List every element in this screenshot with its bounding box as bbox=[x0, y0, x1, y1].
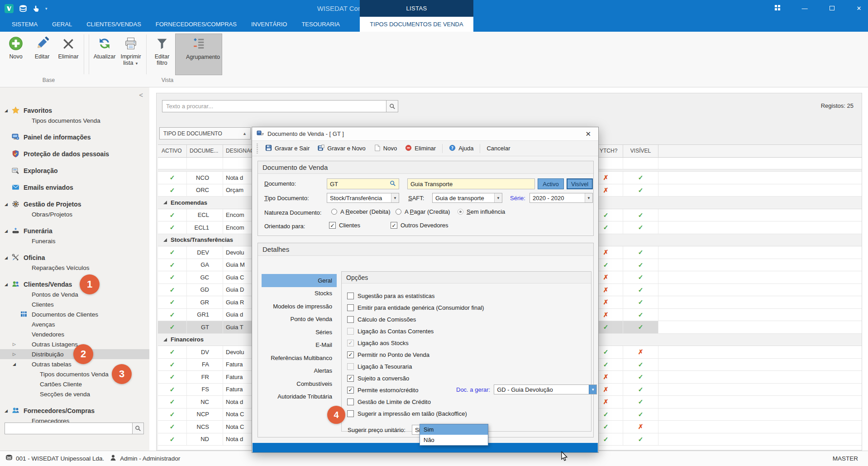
sidebar-item-tipos-documentos-venda[interactable]: Tipos documentos Venda bbox=[0, 115, 149, 125]
documento-name-input[interactable]: Guia Transporte bbox=[407, 178, 535, 189]
checkbox-checked-icon[interactable]: ✓ bbox=[329, 222, 336, 229]
option-permite-estorno-crédito[interactable]: ✓Permite estorno/créditoDoc. a gerar:GD … bbox=[342, 384, 591, 396]
column-header-documento[interactable]: DOCUME... bbox=[187, 145, 223, 157]
orientado-checkbox-clientes[interactable]: ✓Clientes bbox=[329, 222, 360, 229]
agrupamento-button[interactable]: Agrupamento bbox=[175, 34, 222, 75]
sidebar-item-gestão-de-projetos[interactable]: ◢Gestão de Projetos bbox=[0, 199, 149, 209]
dialog-close-icon[interactable]: ✕ bbox=[582, 130, 594, 138]
list-search-input[interactable] bbox=[162, 100, 386, 112]
collapse-arrow-icon[interactable]: ▷ bbox=[13, 342, 16, 346]
gravar-e-novo-button[interactable]: Gravar e Novo bbox=[314, 143, 369, 154]
sidebar-item-proteção-de-dados-pessoais[interactable]: Proteção de dados pessoais bbox=[0, 149, 149, 159]
option-ligação-à-tesouraria[interactable]: Ligação à Tesouraria bbox=[342, 360, 591, 372]
detalhes-tab-referências-multibanco[interactable]: Referências Multibanco bbox=[262, 351, 337, 365]
checkbox-icon[interactable] bbox=[347, 410, 354, 417]
group-by-chip[interactable]: TIPO DE DOCUMENTO ▲ bbox=[159, 127, 251, 139]
detalhes-tab-combustíveis[interactable]: Combustíveis bbox=[262, 377, 337, 390]
expand-arrow-icon[interactable] bbox=[163, 201, 167, 204]
ribbon-tab-tesouraria[interactable]: TESOURARIA bbox=[294, 17, 347, 32]
sidebar-search-button[interactable] bbox=[132, 423, 144, 434]
option-permitir-no-ponto-de-venda[interactable]: ✓Permitir no Ponto de Venda bbox=[342, 349, 591, 360]
sidebar-search-input[interactable] bbox=[5, 423, 132, 434]
sidebar-item-emails-enviados[interactable]: Emails enviados bbox=[0, 183, 149, 192]
context-tab-listas[interactable]: LISTAS bbox=[360, 0, 473, 17]
checkbox-checked-icon[interactable]: ✓ bbox=[391, 222, 397, 229]
checkbox-checked-icon[interactable]: ✓ bbox=[347, 387, 354, 394]
option-ligação-às-contas-correntes[interactable]: Ligação às Contas Correntes bbox=[342, 325, 591, 337]
detalhes-tab-ponto-de-venda[interactable]: Ponto de Venda bbox=[262, 313, 337, 326]
sidebar-item-secções-de-venda[interactable]: Secções de venda bbox=[0, 389, 149, 399]
expand-arrow-icon[interactable] bbox=[163, 338, 167, 341]
ribbon-tab-sistema[interactable]: SISTEMA bbox=[5, 17, 45, 32]
ribbon-tab-clientes-vendas[interactable]: CLIENTES/VENDAS bbox=[79, 17, 148, 32]
radio-checked-icon[interactable] bbox=[458, 209, 463, 215]
expand-arrow-icon[interactable]: ◢ bbox=[5, 282, 8, 287]
option-ligação-aos-stocks[interactable]: ✓Ligação aos Stocks bbox=[342, 337, 591, 349]
chevron-down-icon[interactable]: ▼ bbox=[391, 193, 399, 202]
natureza-radio-sem-influência[interactable]: Sem influência bbox=[458, 208, 505, 215]
sidebar-item-outras-listagens[interactable]: ▷Outras Listagens bbox=[0, 339, 149, 349]
option-sugestão-para-as-estatísticas[interactable]: Sugestão para as estatísticas bbox=[342, 290, 591, 302]
sidebar-item-obras-projetos[interactable]: Obras/Projetos bbox=[0, 209, 149, 219]
sidebar-item-reparações-veículos[interactable]: Reparações Veículos bbox=[0, 263, 149, 273]
chevron-down-icon[interactable]: ▼ bbox=[585, 193, 592, 202]
dropdown-option-sim[interactable]: Sim bbox=[420, 424, 488, 435]
sidebar-item-favoritos[interactable]: ◢Favoritos bbox=[0, 106, 149, 115]
detalhes-tab-geral[interactable]: Geral bbox=[262, 274, 337, 287]
tipo-documento-select[interactable]: Stock/Transferência ▼ bbox=[327, 193, 399, 203]
detalhes-tab-stocks[interactable]: Stocks bbox=[262, 287, 337, 300]
sidebar-item-oficina[interactable]: ◢Oficina bbox=[0, 253, 149, 263]
checkbox-icon[interactable] bbox=[347, 399, 354, 405]
doc-a-gerar-select[interactable]: GD - Guia Devolução▼ bbox=[494, 384, 597, 394]
detalhes-tab-alertas[interactable]: Alertas bbox=[262, 365, 337, 378]
expand-arrow-icon[interactable]: ◢ bbox=[5, 255, 8, 260]
ribbon-tab-geral[interactable]: GERAL bbox=[45, 17, 79, 32]
option-sugerir-a-impressão-em-talão-backoffice-[interactable]: Sugerir a impressão em talão (Backoffice… bbox=[342, 408, 591, 419]
chevron-down-icon[interactable]: ▼ bbox=[494, 193, 502, 202]
checkbox-icon[interactable] bbox=[347, 316, 354, 323]
activo-toggle[interactable]: Activo bbox=[538, 178, 564, 189]
radio-icon[interactable] bbox=[331, 209, 337, 215]
option-sujeito-a-conversão[interactable]: ✓Sujeito a conversão bbox=[342, 372, 591, 384]
sidebar-item-documentos-de-clientes[interactable]: Documentos de Clientes bbox=[0, 309, 149, 319]
tab-tipos-documentos-de-venda[interactable]: TIPOS DOCUMENTOS DE VENDA bbox=[360, 17, 473, 32]
checkbox-icon[interactable] bbox=[347, 293, 354, 299]
checkbox-checked-icon[interactable]: ✓ bbox=[347, 351, 354, 358]
sidebar-item-tipos-documentos-venda[interactable]: Tipos documentos Venda3 bbox=[0, 369, 149, 379]
documento-code-input[interactable]: GT bbox=[327, 178, 399, 189]
close-icon[interactable]: ✕ bbox=[855, 5, 863, 12]
expand-arrow-icon[interactable]: ◢ bbox=[13, 362, 16, 366]
sidebar-item-vendedores[interactable]: Vendedores bbox=[0, 329, 149, 339]
dropdown-option-não[interactable]: Não bbox=[420, 435, 488, 445]
novo-button[interactable]: Novo bbox=[3, 34, 29, 75]
sidebar-item-exploração[interactable]: Exploração bbox=[0, 166, 149, 176]
checkbox-icon[interactable] bbox=[347, 304, 354, 311]
collapse-arrow-icon[interactable]: ▷ bbox=[13, 352, 16, 356]
eliminar-button[interactable]: Eliminar bbox=[55, 34, 81, 75]
expand-arrow-icon[interactable]: ◢ bbox=[5, 202, 8, 207]
sidebar-item-funerais[interactable]: Funerais bbox=[0, 236, 149, 246]
sidebar-item-painel-de-informações[interactable]: Painel de informações bbox=[0, 132, 149, 142]
saft-select[interactable]: Guia de transporte ▼ bbox=[432, 193, 502, 203]
sidebar-item-fornecedores-compras[interactable]: ◢Fornecedores/Compras bbox=[0, 406, 149, 416]
column-header-activo[interactable]: ACTIVO bbox=[158, 145, 187, 157]
gravar-e-sair-button[interactable]: Gravar e Sair bbox=[262, 143, 313, 154]
natureza-radio-a-pagar-credita-[interactable]: A Pagar (Credita) bbox=[396, 208, 450, 215]
lookup-icon[interactable] bbox=[390, 180, 396, 188]
ribbon-tab-invent-rio[interactable]: INVENTÁRIO bbox=[244, 17, 294, 32]
novo-button[interactable]: Novo bbox=[370, 143, 401, 154]
sidebar-item-avenças[interactable]: Avenças bbox=[0, 319, 149, 329]
sidebar-item-clientes[interactable]: Clientes bbox=[0, 299, 149, 309]
checkbox-checked-icon[interactable]: ✓ bbox=[347, 375, 354, 382]
imprimir-lista-button[interactable]: Imprimir lista ▼ bbox=[118, 34, 144, 75]
chevron-down-icon[interactable]: ▼ bbox=[589, 385, 596, 394]
dialog-titlebar[interactable]: Documento de Venda - [ GT ] ✕ bbox=[252, 127, 598, 141]
sidebar-item-funerária[interactable]: ◢Funerária bbox=[0, 226, 149, 236]
expand-arrow-icon[interactable]: ◢ bbox=[5, 108, 8, 113]
ribbon-display-options-icon[interactable] bbox=[774, 5, 781, 12]
expand-arrow-icon[interactable] bbox=[163, 238, 167, 242]
serie-select[interactable]: 2020 - 2020 ▼ bbox=[529, 193, 593, 203]
option-cálculo-de-comissões[interactable]: Cálculo de Comissões bbox=[342, 313, 591, 325]
sidebar-item-clientes-vendas[interactable]: ◢Clientes/Vendas1 bbox=[0, 279, 149, 289]
detalhes-tab-modelos-de-impressão[interactable]: Modelos de impressão bbox=[262, 300, 337, 313]
